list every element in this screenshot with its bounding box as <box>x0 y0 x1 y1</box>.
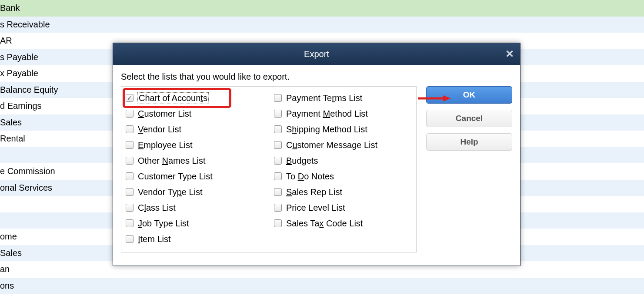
cancel-button-label: Cancel <box>456 114 483 123</box>
checkbox-label: Customer Type List <box>138 172 213 182</box>
checkbox-label: Customer Message List <box>286 140 377 150</box>
close-icon[interactable]: ✕ <box>505 48 514 60</box>
dialog-titlebar: Export ✕ <box>113 43 520 65</box>
checkbox-box-icon <box>274 172 282 180</box>
checkbox-label: Sales Rep List <box>286 187 342 197</box>
checkbox-job-type-list[interactable]: Job Type List <box>126 218 264 229</box>
checkbox-vendor-type-list[interactable]: Vendor Type List <box>126 187 264 197</box>
checkbox-label: Budgets <box>286 156 318 166</box>
checkbox-box-icon <box>274 141 282 149</box>
checkbox-label: To Do Notes <box>286 172 334 182</box>
checkbox-label: Shipping Method List <box>286 125 367 135</box>
help-button[interactable]: Help <box>426 133 512 151</box>
checkbox-box-icon <box>126 172 133 180</box>
ok-button-label: OK <box>463 90 476 100</box>
checkbox-label: Customer List <box>138 109 191 119</box>
cancel-button[interactable]: Cancel <box>426 110 512 127</box>
checkbox-budgets[interactable]: Budgets <box>274 155 412 166</box>
checkbox-box-icon <box>274 188 282 196</box>
checkbox-employee-list[interactable]: Employee List <box>126 140 264 150</box>
checkbox-label: Chart of Accounts <box>138 93 208 104</box>
checkbox-label: Other Names List <box>138 156 206 166</box>
checkbox-shipping-method-list[interactable]: Shipping Method List <box>274 124 412 135</box>
checkbox-label: Item List <box>138 234 171 244</box>
checkbox-price-level-list[interactable]: Price Level List <box>274 202 412 213</box>
checkbox-label: Price Level List <box>286 203 345 213</box>
dialog-button-column: OK Cancel Help <box>426 86 512 252</box>
help-button-label: Help <box>460 137 478 147</box>
checkbox-customer-list[interactable]: Customer List <box>126 108 264 119</box>
dialog-lower: ✓Chart of AccountsCustomer ListVendor Li… <box>121 86 512 252</box>
checkbox-label: Vendor Type List <box>138 187 203 197</box>
checkbox-sales-tax-code-list[interactable]: Sales Tax Code List <box>274 218 412 229</box>
checkbox-box-icon <box>126 188 133 196</box>
checkbox-chart-of-accounts[interactable]: ✓Chart of Accounts <box>126 93 264 103</box>
checkbox-panel: ✓Chart of AccountsCustomer ListVendor Li… <box>121 86 417 252</box>
checkbox-item-list[interactable]: Item List <box>126 234 264 244</box>
checkbox-vendor-list[interactable]: Vendor List <box>126 124 264 135</box>
checkbox-label: Class List <box>138 203 176 213</box>
checkbox-box-icon <box>274 125 282 133</box>
dialog-instruction: Select the lists that you would like to … <box>121 72 512 82</box>
checkbox-box-icon: ✓ <box>126 94 133 102</box>
checkbox-box-icon <box>126 219 133 227</box>
checkbox-label: Vendor List <box>138 125 181 135</box>
checkbox-box-icon <box>126 141 133 149</box>
checkbox-class-list[interactable]: Class List <box>126 202 264 213</box>
checkbox-label: Payment Method List <box>286 109 368 119</box>
checkbox-other-names-list[interactable]: Other Names List <box>126 155 264 166</box>
checkbox-label: Job Type List <box>138 219 189 229</box>
checkbox-label: Sales Tax Code List <box>286 219 363 229</box>
checkbox-box-icon <box>126 157 133 165</box>
checkbox-label: Employee List <box>138 140 193 150</box>
checkbox-column-2: Payment Terms ListPayment Method ListShi… <box>274 93 412 244</box>
export-dialog: Export ✕ Select the lists that you would… <box>113 43 521 266</box>
checkbox-payment-terms-list[interactable]: Payment Terms List <box>274 93 412 103</box>
account-row[interactable]: Bank <box>0 0 644 17</box>
checkbox-box-icon <box>274 157 282 165</box>
checkbox-to-do-notes[interactable]: To Do Notes <box>274 171 412 182</box>
checkbox-box-icon <box>126 125 133 133</box>
checkbox-box-icon <box>126 204 133 212</box>
account-row[interactable]: s Receivable <box>0 17 644 33</box>
checkbox-box-icon <box>126 235 133 243</box>
checkbox-box-icon <box>274 219 282 227</box>
ok-button[interactable]: OK <box>426 86 512 104</box>
checkbox-payment-method-list[interactable]: Payment Method List <box>274 108 412 119</box>
checkbox-customer-type-list[interactable]: Customer Type List <box>126 171 264 182</box>
checkbox-box-icon <box>274 94 282 102</box>
dialog-body: Select the lists that you would like to … <box>113 65 520 266</box>
checkbox-sales-rep-list[interactable]: Sales Rep List <box>274 187 412 197</box>
checkbox-customer-message-list[interactable]: Customer Message List <box>274 140 412 150</box>
account-row[interactable] <box>0 294 644 303</box>
checkbox-label: Payment Terms List <box>286 93 362 103</box>
checkbox-box-icon <box>274 110 282 118</box>
checkbox-column-1: ✓Chart of AccountsCustomer ListVendor Li… <box>126 93 264 244</box>
checkbox-box-icon <box>274 204 282 212</box>
account-row[interactable]: ons <box>0 278 644 294</box>
checkbox-box-icon <box>126 110 133 118</box>
dialog-title: Export <box>304 49 329 59</box>
